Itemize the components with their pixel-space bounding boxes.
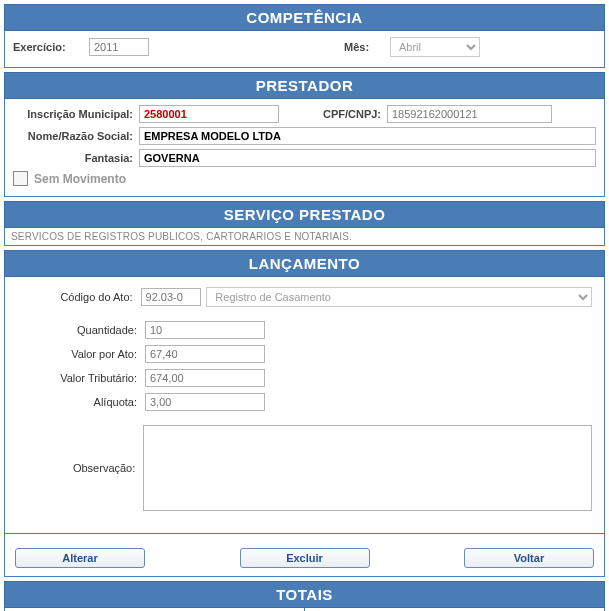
- exercicio-input[interactable]: [89, 38, 149, 56]
- inscricao-label: Inscrição Municipal:: [13, 108, 133, 120]
- prestador-body: Inscrição Municipal: CPF/CNPJ: Nome/Razã…: [4, 99, 605, 197]
- excluir-button[interactable]: Excluir: [240, 548, 370, 568]
- lancamento-header: LANÇAMENTO: [4, 250, 605, 277]
- mes-select[interactable]: Abril: [390, 37, 480, 57]
- cpfcnpj-label: CPF/CNPJ:: [311, 108, 381, 120]
- fantasia-input[interactable]: [139, 149, 596, 167]
- razao-label: Nome/Razão Social:: [13, 130, 133, 142]
- inscricao-input[interactable]: [139, 105, 279, 123]
- quantidade-label: Quantidade:: [17, 324, 145, 336]
- lancamento-body: Código do Ato: Registro de Casamento Qua…: [4, 277, 605, 534]
- valor-trib-label: Valor Tributário:: [17, 372, 145, 384]
- totais-header: TOTAIS: [4, 581, 605, 608]
- button-row: Alterar Excluir Voltar: [4, 534, 605, 577]
- mes-label: Mês:: [344, 41, 384, 53]
- exercicio-label: Exercício:: [13, 41, 83, 53]
- valor-ato-label: Valor por Ato:: [17, 348, 145, 360]
- valor-trib-input[interactable]: [145, 369, 265, 387]
- codigo-ato-select[interactable]: Registro de Casamento: [206, 287, 592, 307]
- competencia-header: COMPETÊNCIA: [4, 4, 605, 31]
- fantasia-label: Fantasia:: [13, 152, 133, 164]
- alterar-button[interactable]: Alterar: [15, 548, 145, 568]
- observacao-textarea[interactable]: [143, 425, 592, 511]
- codigo-ato-label: Código do Ato:: [17, 291, 141, 303]
- aliquota-label: Alíquota:: [17, 396, 145, 408]
- servico-header: SERVIÇO PRESTADO: [4, 201, 605, 228]
- quantidade-input[interactable]: [145, 321, 265, 339]
- cpfcnpj-input[interactable]: [387, 105, 552, 123]
- competencia-body: Exercício: Mês: Abril: [4, 31, 605, 68]
- codigo-ato-input[interactable]: [141, 288, 201, 306]
- servico-descricao: SERVICOS DE REGISTROS PUBLICOS, CARTORAR…: [4, 228, 605, 246]
- voltar-button[interactable]: Voltar: [464, 548, 594, 568]
- aliquota-input[interactable]: [145, 393, 265, 411]
- razao-input[interactable]: [139, 127, 596, 145]
- prestador-header: PRESTADOR: [4, 72, 605, 99]
- observacao-label: Observação:: [17, 462, 143, 474]
- sem-movimento-checkbox[interactable]: [13, 171, 28, 186]
- valor-ato-input[interactable]: [145, 345, 265, 363]
- sem-movimento-label: Sem Movimento: [34, 172, 126, 186]
